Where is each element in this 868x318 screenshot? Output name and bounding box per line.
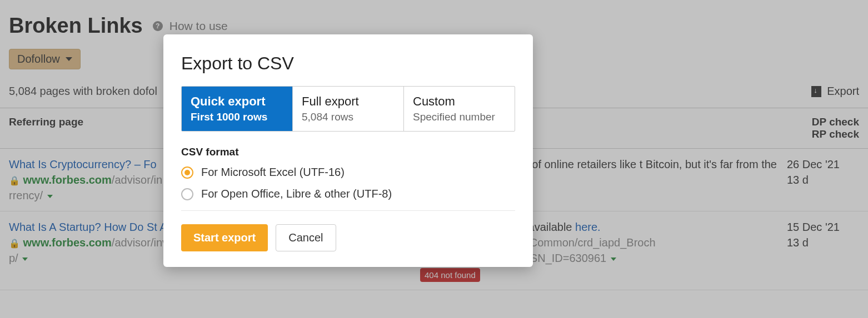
radio-label: For Open Office, Libre & other (UTF-8) (201, 188, 392, 200)
tab-title: Full export (302, 94, 395, 109)
start-export-button[interactable]: Start export (181, 224, 268, 251)
tab-quick-export[interactable]: Quick export First 1000 rows (182, 87, 293, 131)
radio-excel[interactable]: For Microsoft Excel (UTF-16) (181, 166, 515, 179)
radio-openoffice[interactable]: For Open Office, Libre & other (UTF-8) (181, 188, 515, 200)
tab-sub: First 1000 rows (191, 111, 283, 123)
csv-format-label: CSV format (181, 146, 515, 158)
modal-title: Export to CSV (181, 53, 515, 74)
radio-label: For Microsoft Excel (UTF-16) (201, 166, 345, 179)
tab-full-export[interactable]: Full export 5,084 rows (293, 87, 404, 131)
radio-icon (181, 188, 193, 200)
cancel-button[interactable]: Cancel (276, 224, 336, 251)
divider (181, 210, 515, 211)
export-modal: Export to CSV Quick export First 1000 ro… (163, 34, 533, 267)
modal-actions: Start export Cancel (181, 224, 515, 251)
tab-sub: Specified number (413, 111, 506, 123)
tab-sub: 5,084 rows (302, 111, 395, 123)
tab-custom-export[interactable]: Custom Specified number (404, 87, 515, 131)
export-tabs: Quick export First 1000 rows Full export… (181, 86, 515, 132)
radio-icon (181, 166, 193, 179)
tab-title: Custom (413, 94, 506, 109)
tab-title: Quick export (191, 94, 283, 109)
